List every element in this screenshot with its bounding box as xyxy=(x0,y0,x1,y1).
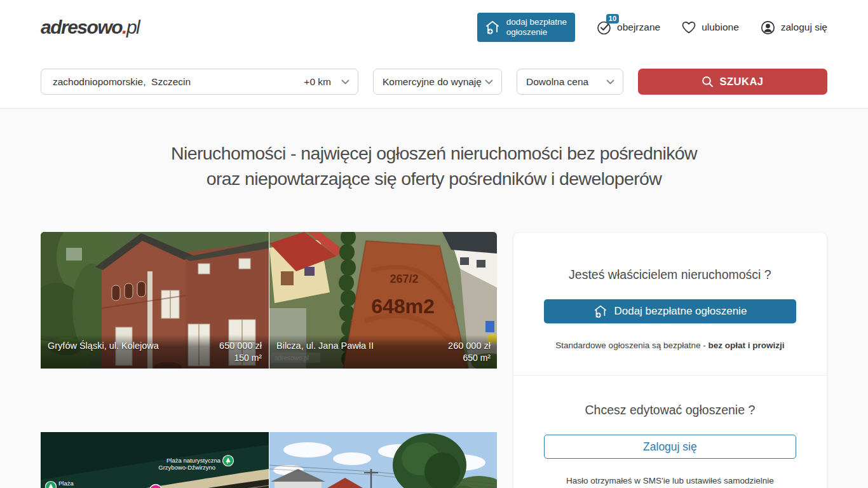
page-title-line2: oraz niepowtarzające się oferty pośredni… xyxy=(41,166,827,191)
login-nav-item[interactable]: zaloguj się xyxy=(760,20,827,36)
listing-caption: Bilcza, ul. Jana Pawła II 260 000 zł 650… xyxy=(269,335,497,369)
edit-section-title: Chcesz edytować ogłoszenie ? xyxy=(544,403,796,417)
logo-name: adresowo xyxy=(41,17,122,37)
viewed-nav-item[interactable]: 10 obejrzane xyxy=(596,20,660,36)
search-button-label: SZUKAJ xyxy=(719,76,763,88)
main-content: Nieruchomości - najwięcej ogłoszeń nieru… xyxy=(0,109,868,488)
sidebar-login-label: Zaloguj się xyxy=(643,440,697,454)
listing-tile-1[interactable]: Gryfów Śląski, ul. Kolejowa 650 000 zł 1… xyxy=(41,232,269,369)
edit-section: Chcesz edytować ogłoszenie ? Zaloguj się… xyxy=(513,376,827,488)
page: adresowo.pl dodaj bezpłatne ogłoszenie xyxy=(0,0,868,488)
owner-note: Standardowe ogłoszenia są bezpłatne - be… xyxy=(544,341,796,350)
add-listing-button[interactable]: dodaj bezpłatne ogłoszenie xyxy=(477,13,575,42)
header-nav: dodaj bezpłatne ogłoszenie 10 obejrzane xyxy=(477,13,827,42)
listing-price: 260 000 zł xyxy=(448,341,491,351)
owner-note-bold: bez opłat i prowizji xyxy=(708,341,784,350)
favorites-nav-item[interactable]: ulubione xyxy=(681,20,739,34)
logo-dot: . xyxy=(122,17,126,37)
add-listing-label: dodaj bezpłatne ogłoszenie xyxy=(506,17,567,37)
listing-tile-4[interactable]: Grojec, ul. Regienna 801 000 zł xyxy=(269,432,497,488)
owner-sidebar-card: Jesteś właścicielem nieruchomości ? xyxy=(513,232,827,488)
listing-photo-satellite-map: Wyzwolenia Wyzwolenia Plaża naturystyczn… xyxy=(41,432,269,488)
radius-value[interactable]: +0 km xyxy=(304,76,331,88)
check-circle-icon: 10 xyxy=(596,20,612,36)
listing-tile-2[interactable]: 267/2 648m2 adresowo.pl xyxy=(269,232,497,369)
price-select[interactable]: Dowolna cena xyxy=(517,69,623,95)
sidebar-add-listing-button[interactable]: Dodaj bezpłatne ogłoszenie xyxy=(544,299,796,323)
house-plus-icon xyxy=(484,19,501,36)
search-button[interactable]: SZUKAJ xyxy=(638,69,827,95)
plot-parcel-label: 267/2 xyxy=(390,273,418,285)
listing-photo-meadow xyxy=(269,432,497,488)
map-beach1-label-line1: Plaża naturystyczna xyxy=(166,457,221,464)
location-field: +0 km xyxy=(41,69,358,95)
listing-price: 650 000 zł xyxy=(219,341,262,351)
header: adresowo.pl dodaj bezpłatne ogłoszenie xyxy=(0,0,868,55)
heart-icon xyxy=(681,20,696,34)
owner-note-regular: Standardowe ogłoszenia są bezpłatne - xyxy=(555,341,708,350)
chevron-down-icon xyxy=(606,79,614,85)
page-title: Nieruchomości - najwięcej ogłoszeń nieru… xyxy=(41,109,827,191)
listing-tile-3[interactable]: Wyzwolenia Wyzwolenia Plaża naturystyczn… xyxy=(41,432,269,488)
sidebar-login-button[interactable]: Zaloguj się xyxy=(544,435,796,459)
location-input[interactable] xyxy=(41,69,315,94)
logo-tld: pl xyxy=(126,17,139,37)
listings-grid: Gryfów Śląski, ul. Kolejowa 650 000 zł 1… xyxy=(41,232,497,488)
user-circle-icon xyxy=(760,20,776,36)
edit-note: Hasło otrzymałeś w SMS'ie lub ustawiłeś … xyxy=(544,476,796,485)
search-bar: +0 km Komercyjne do wynajęcia Dowolna ce… xyxy=(0,55,868,109)
logo[interactable]: adresowo.pl xyxy=(41,17,139,38)
sidebar-add-listing-label: Dodaj bezpłatne ogłoszenie xyxy=(614,305,747,318)
house-plus-icon xyxy=(593,304,608,319)
listing-location: Gryfów Śląski, ul. Kolejowa xyxy=(48,341,159,351)
map-beach1-label-line2: Grzybowo-Dźwirzyno xyxy=(158,464,215,471)
listing-area: 650 m² xyxy=(276,353,491,363)
property-type-value: Komercyjne do wynajęcia xyxy=(374,76,482,88)
chevron-down-icon[interactable] xyxy=(341,79,349,85)
property-type-select[interactable]: Komercyjne do wynajęcia xyxy=(373,69,502,95)
owner-section: Jesteś właścicielem nieruchomości ? xyxy=(513,233,827,375)
login-label: zaloguj się xyxy=(781,22,827,33)
viewed-label: obejrzane xyxy=(617,22,660,33)
viewed-count-badge: 10 xyxy=(606,14,619,24)
content-row: Gryfów Śląski, ul. Kolejowa 650 000 zł 1… xyxy=(41,232,827,488)
owner-section-title: Jesteś właścicielem nieruchomości ? xyxy=(544,268,796,282)
map-beach2-label-line1: Plaża xyxy=(58,480,74,487)
price-value: Dowolna cena xyxy=(517,76,588,88)
chevron-down-icon xyxy=(485,79,493,85)
listing-caption: Gryfów Śląski, ul. Kolejowa 650 000 zł 1… xyxy=(41,335,269,369)
listing-location: Bilcza, ul. Jana Pawła II xyxy=(276,341,374,351)
plot-size-label: 648m2 xyxy=(371,295,435,318)
favorites-label: ulubione xyxy=(702,22,739,33)
page-title-line1: Nieruchomości - najwięcej ogłoszeń nieru… xyxy=(41,140,827,166)
listing-area: 150 m² xyxy=(48,353,262,363)
magnifier-icon xyxy=(702,76,714,88)
